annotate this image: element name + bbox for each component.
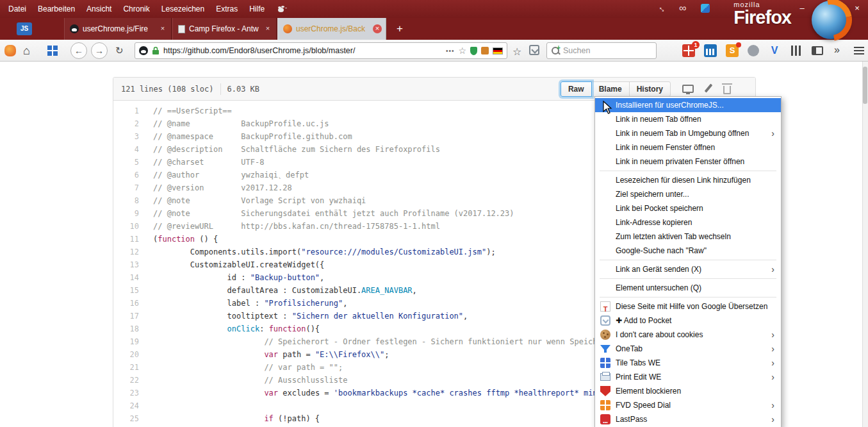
history-button[interactable]: History [629,81,671,97]
fox-addon-icon[interactable] [4,45,16,56]
menu-item[interactable]: Link in neuem Tab öffnen [595,112,781,126]
menu-item[interactable]: Link in neuem privaten Fenster öffnen [595,155,781,169]
analytics-icon[interactable] [704,44,717,57]
delete-trash-icon[interactable] [723,86,731,94]
menu-item-label: Print Edit WE [616,373,661,381]
menu-item-label: Link in neuem Tab öffnen [616,115,701,124]
submenu-arrow-icon: › [771,398,774,412]
sidebar-icon[interactable] [812,46,823,55]
menu-item-label: Google-Suche nach "Raw" [616,246,707,255]
home-icon[interactable]: ⌂ [23,43,30,58]
menu-item[interactable]: Installieren für userChromeJS... [595,98,781,112]
edit-pencil-icon[interactable] [704,84,713,94]
menu-item[interactable]: Ziel speichern unter... [595,187,781,201]
menu-datei[interactable]: Datei [3,0,32,18]
search-bar[interactable]: + [546,42,657,59]
menu-item[interactable]: I don't care about cookies› [595,328,781,342]
lock-icon [152,46,160,55]
badge-dot [736,42,741,47]
menu-item[interactable]: Print Edit WE› [595,370,781,384]
menu-item-label: Link in neuem Tab in Umgebung öffnen [616,129,749,138]
menu-extras[interactable]: Extras [210,0,243,18]
bookmarks-star-icon[interactable]: ☆ [512,46,521,58]
line-content: (function () { [145,233,218,246]
page-actions-icon[interactable]: ••• [446,47,455,54]
menu-item[interactable]: Link an Gerät senden (X)› [595,262,781,276]
bookmark-star-icon[interactable]: ☆ [458,46,466,56]
menu-item[interactable]: Zum letzten aktiven Tab wechseln [595,230,781,244]
menu-item[interactable]: OneTab› [595,342,781,356]
menu-item[interactable]: Link bei Pocket speichern [595,201,781,215]
scrollbar-thumb[interactable] [863,67,867,104]
line-content: if (!path) { [145,412,320,425]
line-number: 6 [113,169,145,181]
tab-close-icon[interactable]: × [373,24,382,33]
orange-page-action-icon[interactable] [481,47,489,54]
tab-title: userChrome.js/Back [296,24,369,33]
menu-item[interactable]: Lesezeichen für diesen Link hinzufügen [595,173,781,187]
menu-separator [600,297,776,297]
menu-item[interactable]: Element untersuchen (Q) [595,281,781,295]
submenu-arrow-icon: › [771,370,774,384]
addon-square-icon[interactable] [701,4,710,13]
github-site-icon [139,46,148,55]
line-content: // Ausschlussliste [145,374,347,387]
forward-button[interactable]: → [91,42,108,59]
blame-button[interactable]: Blame [591,81,630,97]
menu-lesezeichen[interactable]: Lesezeichen [156,0,210,18]
menu-item[interactable]: Link in neuem Tab in Umgebung öffnen› [595,126,781,140]
menu-item-label: Tile Tabs WE [616,358,660,367]
tab-userchrome-back-active[interactable]: userChrome.js/Back × [277,18,386,40]
menu-item[interactable]: Diese Seite mit Hilfe von Google Überset… [595,299,781,314]
back-button[interactable]: ← [70,42,87,59]
file-size-info: 6.03 KB [227,85,260,94]
menu-item[interactable]: LastPass› [595,412,781,426]
desktop-icon[interactable] [682,85,694,93]
menu-bearbeiten[interactable]: Bearbeiten [32,0,81,18]
new-tab-button[interactable]: + [392,21,407,37]
line-content: onClick: function(){ [145,322,320,335]
menu-item-label: OneTab [616,344,643,353]
menu-item[interactable]: FVD Speed Dial› [595,398,781,412]
library-icon[interactable] [790,46,803,58]
pinned-tab-js[interactable]: JS [17,22,32,35]
line-content: defaultArea : CustomizableUI.AREA_NAVBAR… [145,284,417,297]
overflow-icon[interactable] [832,44,845,57]
url-text[interactable]: https://github.com/Endor8/userChrome.js/… [163,46,442,55]
menu-hilfe[interactable]: Hilfe [243,0,270,18]
menu-item[interactable]: Google-Suche nach "Raw" [595,244,781,258]
tab-userchrome-fire[interactable]: userChrome.js/Fire × [64,18,172,40]
tab-close-icon[interactable]: × [263,24,272,33]
savefrom-s-icon[interactable]: S [726,44,739,57]
lastpass-icon [600,414,610,424]
menu-item[interactable]: Element blockieren [595,384,781,398]
close-button[interactable]: × [850,3,864,14]
shield-icon[interactable] [470,47,477,55]
reload-icon[interactable]: ↻ [115,45,124,56]
red-grid-icon[interactable]: 1 [682,44,695,57]
menu-item-label: Link bei Pocket speichern [616,204,703,213]
raw-button[interactable]: Raw [561,81,592,97]
v-mark-icon[interactable]: V [768,44,781,57]
menu-item[interactable]: ✚ Add to Pocket [595,314,781,328]
tab-camp-firefox[interactable]: Camp Firefox - Antw × [172,18,277,40]
tile-grid-icon[interactable] [47,46,58,56]
menu-separator [600,260,776,260]
tab-close-icon[interactable]: × [158,24,167,33]
infinity-icon[interactable]: ∞ [679,2,686,15]
gray-circle-icon[interactable] [748,45,759,56]
menu-item[interactable]: Tile Tabs WE› [595,356,781,370]
hamburger-icon[interactable] [854,47,864,54]
menu-item-label: Link in neuem privaten Fenster öffnen [616,157,744,166]
scrollbar[interactable] [862,62,868,427]
pocket-save-icon[interactable] [529,45,539,55]
menu-item[interactable]: Link-Adresse kopieren [595,215,781,230]
german-flag-icon[interactable] [493,47,503,54]
menu-chronik[interactable]: Chronik [117,0,155,18]
search-input[interactable] [563,46,652,55]
url-bar[interactable]: https://github.com/Endor8/userChrome.js/… [135,42,507,59]
menu-item[interactable]: Link in neuem Fenster öffnen [595,140,781,155]
minimize-button[interactable]: – [795,3,809,14]
menu-ansicht[interactable]: Ansicht [81,0,117,18]
paw-icon[interactable] [277,5,286,13]
